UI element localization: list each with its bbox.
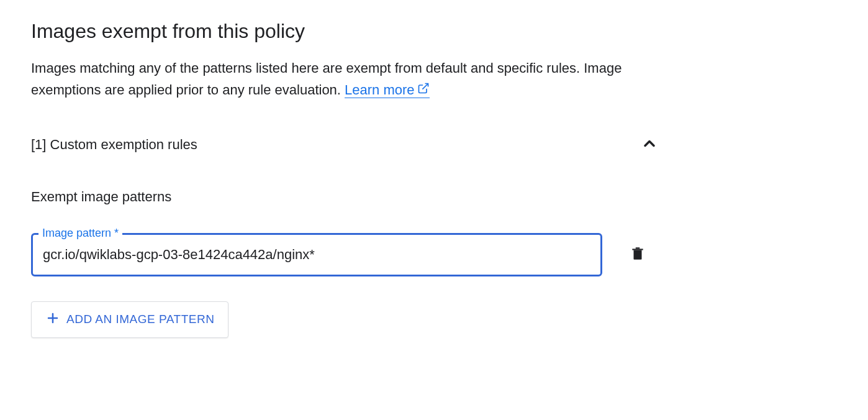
chevron-up-icon (641, 135, 658, 155)
section-title: [1] Custom exemption rules (31, 137, 197, 153)
page-title: Images exempt from this policy (31, 19, 837, 45)
custom-exemption-rules-header[interactable]: [1] Custom exemption rules (31, 135, 658, 155)
learn-more-link[interactable]: Learn more (345, 82, 430, 98)
image-pattern-field-container: Image pattern * (31, 233, 602, 276)
image-pattern-label: Image pattern * (38, 227, 122, 240)
learn-more-text: Learn more (345, 82, 415, 98)
svg-line-0 (422, 83, 428, 89)
plus-icon (45, 311, 60, 329)
trash-icon (630, 245, 646, 263)
description-text: Images matching any of the patterns list… (31, 60, 622, 98)
delete-pattern-button[interactable] (627, 243, 648, 266)
add-button-label: ADD AN IMAGE PATTERN (66, 313, 214, 326)
add-image-pattern-button[interactable]: ADD AN IMAGE PATTERN (31, 301, 228, 338)
external-link-icon (417, 79, 430, 101)
exempt-patterns-subtitle: Exempt image patterns (31, 189, 837, 205)
page-description: Images matching any of the patterns list… (31, 57, 652, 101)
image-pattern-row: Image pattern * (31, 233, 658, 276)
